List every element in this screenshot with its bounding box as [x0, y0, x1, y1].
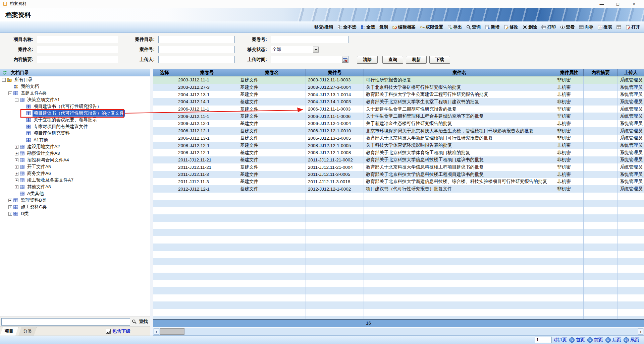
prev-page-button[interactable]: « 前页: [587, 337, 603, 343]
expand-icon[interactable]: +: [8, 205, 12, 209]
expand-icon[interactable]: +: [15, 165, 18, 169]
expand-icon[interactable]: +: [15, 172, 18, 176]
table-row[interactable]: 2006-JJ12.11-1基建文件2006-JJ12.11-1-0003关于新…: [153, 106, 644, 113]
toolbar-button-edit-archive[interactable]: 编辑档案: [392, 24, 416, 30]
tab-project[interactable]: 项目: [0, 327, 18, 336]
collapse-icon[interactable]: −: [8, 91, 12, 95]
project-name-input[interactable]: [37, 36, 118, 43]
tree-node[interactable]: +施工资料C类: [0, 204, 150, 210]
tree-node[interactable]: +招投标与合同文件A4: [0, 157, 150, 163]
close-icon[interactable]: ×: [626, 0, 642, 8]
column-header[interactable]: 案卷名: [238, 69, 306, 76]
table-row[interactable]: 2006-JJ12.11-1基建文件2006-JJ12.11-1-0006关于学…: [153, 113, 644, 120]
collapse-icon[interactable]: −: [2, 78, 6, 82]
tree-node[interactable]: +D类: [0, 210, 150, 217]
tree-node[interactable]: 项目评估研究资料: [0, 130, 150, 137]
table-row[interactable]: 2006-JJ12.12-1基建文件2006-JJ12.12-1-0010北京市…: [153, 127, 644, 135]
case-no-input[interactable]: [158, 46, 235, 53]
tree-node[interactable]: +竣工验收及备案文件A7: [0, 177, 150, 184]
case-directory-input[interactable]: [158, 36, 235, 43]
uploader-input[interactable]: [158, 56, 235, 63]
table-row[interactable]: 2006-JJ12.12-1基建文件2006-JJ12.12-1-0004关于新…: [153, 120, 644, 127]
refresh-icon[interactable]: [2, 70, 7, 75]
toolbar-button-grid-view[interactable]: [616, 25, 621, 29]
toolbar-button-copy[interactable]: 复制: [379, 24, 388, 30]
column-header[interactable]: 上传人: [618, 69, 644, 76]
table-row[interactable]: 2004-JJ12.13-1基建文件2004-JJ12.13-1-0014教育部…: [153, 91, 644, 98]
upload-time-input[interactable]: [271, 56, 349, 63]
tree-node[interactable]: A类其他: [0, 190, 150, 197]
table-row[interactable]: 2011-JJ12.11-3基建文件2011-JJ12.11-3-0005教育部…: [153, 171, 644, 178]
tree-node[interactable]: 我的文档: [0, 83, 150, 90]
expand-icon[interactable]: +: [15, 185, 18, 189]
toolbar-button-permission-settings[interactable]: 权限设置: [420, 24, 443, 30]
tree-node-selected[interactable]: 项目建议书（代可行性研究报告）的批复文件: [0, 110, 150, 117]
horizontal-scrollbar[interactable]: ‹ ›: [153, 328, 644, 336]
tree-node[interactable]: +其他文件A8: [0, 184, 150, 190]
page-input[interactable]: [535, 337, 552, 343]
toolbar-button-add-new[interactable]: 新增: [485, 24, 499, 30]
table-row[interactable]: 2008-JJ12.12-1基建文件2008-JJ12.12-1-0008教育部…: [153, 149, 644, 156]
calendar-icon[interactable]: [342, 57, 348, 63]
column-header[interactable]: 案件名: [364, 69, 555, 76]
table-row[interactable]: 2011-JJ12.11-21基建文件2011-JJ12.11-21-0002教…: [153, 156, 644, 164]
column-header[interactable]: 内容摘要: [584, 69, 618, 76]
tree-node[interactable]: +商务文件A6: [0, 170, 150, 177]
find-button[interactable]: 查找: [132, 319, 148, 325]
minimize-icon[interactable]: —: [594, 0, 610, 8]
next-page-button[interactable]: » 后页: [605, 337, 621, 343]
include-children-checkbox[interactable]: [106, 329, 111, 334]
toolbar-button-view[interactable]: 查看: [560, 24, 575, 30]
collapse-icon[interactable]: −: [15, 98, 18, 102]
chevron-down-icon[interactable]: [313, 47, 319, 53]
toolbar-button-open[interactable]: 打开: [626, 24, 640, 30]
table-row[interactable]: 2011-JJ12.11-21基建文件2011-JJ12.11-21-0004教…: [153, 163, 644, 171]
last-page-button[interactable]: »| 尾页: [624, 337, 639, 343]
toolbar-button-modify[interactable]: 修改: [504, 24, 518, 30]
scroll-thumb[interactable]: [160, 328, 184, 335]
tree-node[interactable]: 关于立项的会议纪要、领导批示: [0, 117, 150, 123]
column-header[interactable]: 案件号: [306, 69, 364, 76]
column-header[interactable]: 案卷号: [176, 69, 238, 76]
scroll-right-icon[interactable]: ›: [638, 328, 643, 335]
clear-button[interactable]: 清除: [357, 56, 378, 64]
toolbar-button-wizard[interactable]: 向导: [579, 24, 593, 30]
column-header[interactable]: 选择: [153, 69, 176, 76]
tree-node[interactable]: 专家对项目的有关建议文件: [0, 123, 150, 130]
first-page-button[interactable]: |« 首页: [569, 337, 585, 343]
toolbar-button-print[interactable]: 打印: [541, 24, 556, 30]
panel-splitter[interactable]: [150, 69, 153, 336]
tree-node[interactable]: −基建文件A类: [0, 90, 150, 96]
tree-node[interactable]: +勘察设计文件A3: [0, 150, 150, 157]
case-name-input[interactable]: [37, 46, 118, 53]
table-row[interactable]: 2003-JJ12.11-1基建文件2003-JJ12.11-1-0003可行性…: [153, 76, 644, 84]
tree-node[interactable]: −所有目录: [0, 76, 150, 83]
transfer-status-select[interactable]: 全部: [271, 46, 319, 53]
column-header[interactable]: 案件属性: [555, 69, 584, 76]
toolbar-button-export[interactable]: 导出: [447, 24, 462, 30]
toolbar-button-select-all[interactable]: 全选: [361, 24, 375, 30]
toolbar-button-transfer-revoke[interactable]: 移交/撤销: [314, 24, 333, 30]
table-row[interactable]: 2012-JJ12.12-1基建文件2012-JJ12.12-1-0002项目建…: [153, 185, 644, 193]
maximize-icon[interactable]: □: [610, 0, 626, 8]
expand-icon[interactable]: +: [8, 199, 12, 202]
toolbar-button-report[interactable]: 报表: [598, 24, 612, 30]
query-button[interactable]: 查询: [382, 56, 403, 64]
table-row[interactable]: 2006-JJ12.13-1基建文件2006-JJ12.13-1-0005教育部…: [153, 135, 644, 142]
tree-node[interactable]: +建设用地文件A2: [0, 143, 150, 150]
scroll-left-icon[interactable]: ‹: [154, 328, 159, 335]
file-no-input[interactable]: [271, 36, 349, 43]
tree-node[interactable]: A1其他: [0, 137, 150, 143]
expand-icon[interactable]: +: [15, 152, 18, 155]
expand-icon[interactable]: +: [15, 145, 18, 149]
toolbar-button-deselect-all[interactable]: 全不选: [337, 24, 356, 30]
table-row[interactable]: 2008-JJ12.12-1基建文件2008-JJ12.12-1-0005关于科…: [153, 142, 644, 149]
toolbar-button-query[interactable]: 查询: [466, 24, 481, 30]
expand-icon[interactable]: +: [15, 158, 18, 162]
toolbar-button-delete[interactable]: 删除: [523, 24, 537, 30]
tab-category[interactable]: 分类: [18, 327, 37, 336]
table-row[interactable]: 2004-JJ12.14-1基建文件2004-JJ12.14-1-0003教育部…: [153, 98, 644, 106]
download-button[interactable]: 下载: [429, 56, 450, 64]
expand-icon[interactable]: +: [15, 179, 18, 182]
tree-node[interactable]: +监理资料B类: [0, 197, 150, 204]
